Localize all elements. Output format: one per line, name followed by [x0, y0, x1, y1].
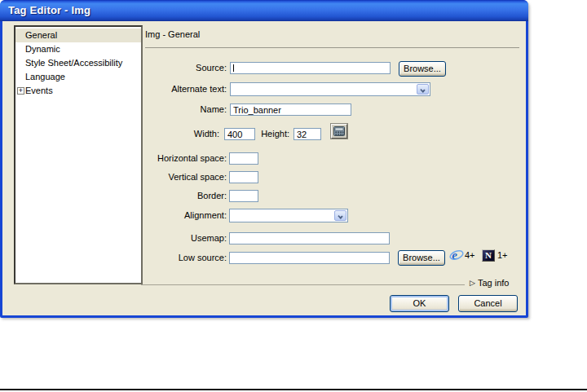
- ok-button[interactable]: OK: [390, 295, 449, 312]
- sidebar-item-label: Dynamic: [25, 44, 60, 54]
- sidebar-item-label: General: [25, 30, 57, 40]
- text-caret: [233, 64, 234, 72]
- alternate-text-label: Alternate text:: [137, 82, 227, 95]
- chevron-down-icon[interactable]: [334, 210, 346, 221]
- panel-title: Img - General: [145, 29, 200, 39]
- window-title: Tag Editor - Img: [8, 0, 90, 21]
- low-source-input[interactable]: [229, 252, 390, 264]
- low-source-browse-button[interactable]: Browse...: [398, 250, 445, 266]
- alignment-combobox[interactable]: [229, 209, 348, 222]
- name-label: Name:: [137, 103, 227, 116]
- page-bottom-rule: [0, 389, 587, 390]
- height-input[interactable]: [294, 128, 321, 140]
- border-label: Border:: [137, 189, 227, 202]
- calculator-button[interactable]: [331, 124, 347, 139]
- source-label: Source:: [137, 61, 227, 74]
- sidebar-item-label: Events: [25, 86, 53, 95]
- source-browse-button[interactable]: Browse...: [399, 61, 446, 77]
- vertical-space-label: Vertical space:: [137, 170, 227, 183]
- title-bar[interactable]: Tag Editor - Img: [0, 0, 528, 21]
- expand-plus-icon[interactable]: +: [17, 87, 24, 95]
- sidebar-item-label: Language: [25, 72, 65, 81]
- sidebar-item-label: Style Sheet/Accessibility: [25, 58, 122, 68]
- sidebar-item-language[interactable]: Language: [15, 70, 141, 84]
- horizontal-space-input[interactable]: [229, 152, 258, 165]
- sidebar-item-events[interactable]: + Events: [15, 84, 141, 98]
- tag-info-label: Tag info: [478, 278, 510, 288]
- ie-version-label: 4+: [465, 248, 475, 262]
- cancel-button[interactable]: Cancel: [458, 295, 518, 312]
- usemap-label: Usemap:: [137, 231, 227, 244]
- internet-explorer-icon: e: [449, 248, 464, 262]
- calculator-icon: [333, 126, 345, 136]
- header-divider: [145, 47, 519, 48]
- chevron-down-icon[interactable]: [417, 84, 429, 95]
- tag-editor-dialog: Tag Editor - Img General Dynamic Style S…: [0, 0, 528, 318]
- low-source-label: Low source:: [137, 251, 227, 264]
- alignment-label: Alignment:: [137, 209, 227, 222]
- source-input[interactable]: [230, 62, 391, 74]
- height-label: Height:: [200, 127, 289, 140]
- name-input[interactable]: [230, 104, 351, 116]
- footer-divider: [141, 284, 465, 285]
- tag-info-toggle[interactable]: ▷Tag info: [470, 278, 509, 288]
- vertical-space-input[interactable]: [229, 171, 258, 183]
- category-list: General Dynamic Style Sheet/Accessibilit…: [14, 25, 143, 284]
- usemap-input[interactable]: [229, 232, 390, 244]
- horizontal-space-label: Horizontal space:: [137, 152, 227, 165]
- triangle-right-icon: ▷: [470, 279, 475, 287]
- netscape-version-label: 1+: [497, 248, 508, 262]
- sidebar-item-general[interactable]: General: [15, 29, 141, 42]
- alternate-text-combobox[interactable]: [230, 82, 430, 96]
- sidebar-item-dynamic[interactable]: Dynamic: [15, 42, 141, 56]
- border-input[interactable]: [229, 190, 258, 202]
- sidebar-item-style-sheet-accessibility[interactable]: Style Sheet/Accessibility: [15, 56, 141, 70]
- netscape-icon: N: [482, 249, 495, 262]
